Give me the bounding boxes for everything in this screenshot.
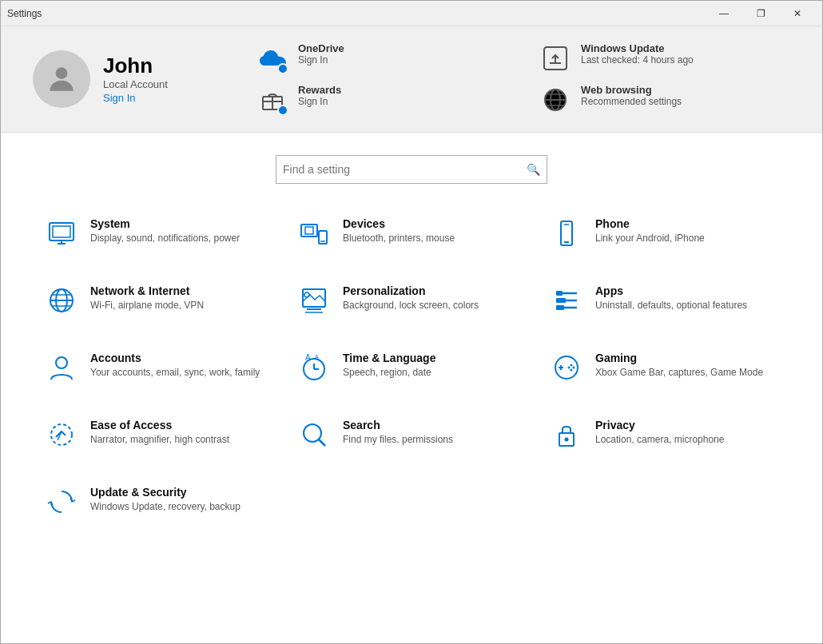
svg-point-36 xyxy=(56,357,67,368)
personalization-icon xyxy=(298,284,330,316)
update-security-icon xyxy=(46,486,78,518)
setting-gaming[interactable]: Gaming Xbox Game Bar, captures, Game Mod… xyxy=(538,334,790,401)
svg-point-52 xyxy=(565,438,569,442)
search-setting-icon xyxy=(298,419,330,451)
svg-rect-33 xyxy=(556,291,563,296)
avatar xyxy=(33,50,90,108)
personalization-text: Personalization Background, lock screen,… xyxy=(343,284,479,312)
network-text: Network & Internet Wi-Fi, airplane mode,… xyxy=(90,284,204,312)
service-rewards[interactable]: Rewards Sign In xyxy=(256,84,507,116)
sign-in-link[interactable]: Sign In xyxy=(103,92,168,104)
username: John xyxy=(103,54,168,78)
service-web-browsing[interactable]: Web browsing Recommended settings xyxy=(539,84,790,116)
phone-icon xyxy=(551,217,582,249)
time-language-icon: A A xyxy=(298,352,330,384)
maximize-button[interactable]: ❐ xyxy=(742,1,779,26)
search-input[interactable] xyxy=(283,163,527,176)
phone-text: Phone Link your Android, iPhone xyxy=(595,217,705,245)
setting-privacy[interactable]: Privacy Location, camera, microphone xyxy=(538,401,790,468)
gaming-icon xyxy=(551,352,582,384)
svg-line-50 xyxy=(319,439,325,446)
svg-rect-34 xyxy=(556,298,566,303)
accounts-text: Accounts Your accounts, email, sync, wor… xyxy=(90,352,260,380)
minimize-button[interactable]: — xyxy=(706,1,742,26)
svg-rect-13 xyxy=(53,226,70,237)
ease-of-access-text: Ease of Access Narrator, magnifier, high… xyxy=(90,419,229,447)
svg-point-44 xyxy=(571,369,573,372)
rewards-dot xyxy=(277,105,288,116)
privacy-icon xyxy=(551,419,582,451)
svg-point-47 xyxy=(51,424,72,445)
windows-update-icon xyxy=(539,42,571,74)
ease-of-access-icon xyxy=(46,419,78,451)
gaming-text: Gaming Xbox Game Bar, captures, Game Mod… xyxy=(595,352,763,380)
time-language-text: Time & Language Speech, region, date xyxy=(343,352,435,380)
setting-system[interactable]: System Display, sound, notifications, po… xyxy=(33,200,285,267)
account-type: Local Account xyxy=(103,78,168,90)
onedrive-dot xyxy=(277,63,288,74)
svg-point-0 xyxy=(56,67,68,79)
accounts-icon xyxy=(46,352,78,384)
window-controls: — ❐ ✕ xyxy=(706,1,816,26)
svg-text:A: A xyxy=(305,353,311,362)
setting-apps[interactable]: Apps Uninstall, defaults, optional featu… xyxy=(538,267,790,334)
close-button[interactable]: ✕ xyxy=(779,1,816,26)
search-box: 🔍 xyxy=(276,155,547,184)
setting-accounts[interactable]: Accounts Your accounts, email, sync, wor… xyxy=(33,334,285,401)
onedrive-text: OneDrive Sign In xyxy=(298,42,344,66)
search-section: 🔍 xyxy=(1,133,822,200)
system-icon xyxy=(46,217,78,249)
setting-phone[interactable]: Phone Link your Android, iPhone xyxy=(538,200,790,267)
svg-rect-15 xyxy=(305,227,313,234)
profile-info: John Local Account Sign In xyxy=(103,54,168,105)
window-title: Settings xyxy=(7,8,42,19)
profile-section: John Local Account Sign In xyxy=(33,50,209,108)
setting-network[interactable]: Network & Internet Wi-Fi, airplane mode,… xyxy=(33,267,285,334)
rewards-icon xyxy=(256,84,288,116)
windows-update-text: Windows Update Last checked: 4 hours ago xyxy=(581,42,694,66)
apps-icon xyxy=(551,284,582,316)
setting-search[interactable]: Search Find my files, permissions xyxy=(285,401,538,468)
setting-time-language[interactable]: A A Time & Language Speech, region, date xyxy=(285,334,538,401)
setting-devices[interactable]: Devices Bluetooth, printers, mouse xyxy=(285,200,538,267)
svg-point-43 xyxy=(571,364,573,367)
svg-text:A: A xyxy=(315,354,319,360)
setting-personalization[interactable]: Personalization Background, lock screen,… xyxy=(285,267,538,334)
svg-point-49 xyxy=(304,424,321,442)
svg-point-45 xyxy=(568,367,571,369)
web-browsing-icon xyxy=(539,84,571,116)
svg-point-46 xyxy=(573,367,575,369)
rewards-text: Rewards Sign In xyxy=(298,84,341,107)
network-icon xyxy=(46,284,78,316)
onedrive-icon xyxy=(256,42,288,74)
settings-grid: System Display, sound, notifications, po… xyxy=(1,200,822,535)
web-browsing-text: Web browsing Recommended settings xyxy=(581,84,682,107)
svg-point-27 xyxy=(304,292,309,297)
search-setting-text: Search Find my files, permissions xyxy=(343,419,453,447)
search-icon: 🔍 xyxy=(527,163,540,176)
devices-icon xyxy=(298,217,330,249)
update-security-text: Update & Security Windows Update, recove… xyxy=(90,486,241,514)
system-text: System Display, sound, notifications, po… xyxy=(90,217,240,245)
service-windows-update[interactable]: Windows Update Last checked: 4 hours ago xyxy=(539,42,790,74)
devices-text: Devices Bluetooth, printers, mouse xyxy=(343,217,455,245)
svg-rect-35 xyxy=(556,305,564,310)
services-section: OneDrive Sign In Windows Update Last che… xyxy=(256,42,790,116)
setting-update-security[interactable]: Update & Security Windows Update, recove… xyxy=(33,468,285,535)
titlebar: Settings — ❐ ✕ xyxy=(1,1,822,26)
apps-text: Apps Uninstall, defaults, optional featu… xyxy=(595,284,747,312)
setting-ease-of-access[interactable]: Ease of Access Narrator, magnifier, high… xyxy=(33,401,285,468)
header-area: John Local Account Sign In OneDrive Sign… xyxy=(1,26,822,133)
service-onedrive[interactable]: OneDrive Sign In xyxy=(256,42,507,74)
privacy-text: Privacy Location, camera, microphone xyxy=(595,419,724,447)
